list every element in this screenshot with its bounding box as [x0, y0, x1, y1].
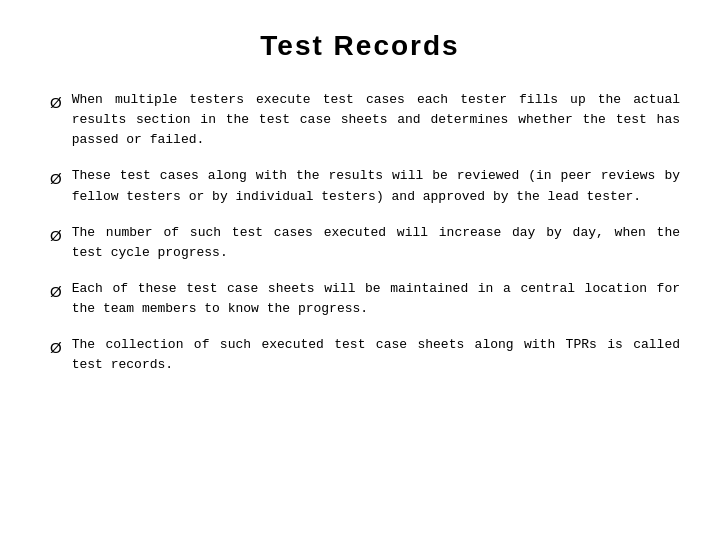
bullet-symbol: Ø [50, 167, 62, 190]
bullet-symbol: Ø [50, 91, 62, 114]
list-item: ØEach of these test case sheets will be … [50, 279, 680, 319]
bullet-text: When multiple testers execute test cases… [72, 90, 680, 150]
bullet-text: The number of such test cases executed w… [72, 223, 680, 263]
page: Test Records ØWhen multiple testers exec… [0, 0, 720, 540]
bullet-list: ØWhen multiple testers execute test case… [40, 90, 680, 376]
bullet-text: These test cases along with the results … [72, 166, 680, 206]
bullet-text: Each of these test case sheets will be m… [72, 279, 680, 319]
list-item: ØThe collection of such executed test ca… [50, 335, 680, 375]
page-title: Test Records [40, 30, 680, 62]
bullet-symbol: Ø [50, 224, 62, 247]
list-item: ØThese test cases along with the results… [50, 166, 680, 206]
list-item: ØWhen multiple testers execute test case… [50, 90, 680, 150]
list-item: ØThe number of such test cases executed … [50, 223, 680, 263]
bullet-text: The collection of such executed test cas… [72, 335, 680, 375]
bullet-symbol: Ø [50, 336, 62, 359]
bullet-symbol: Ø [50, 280, 62, 303]
